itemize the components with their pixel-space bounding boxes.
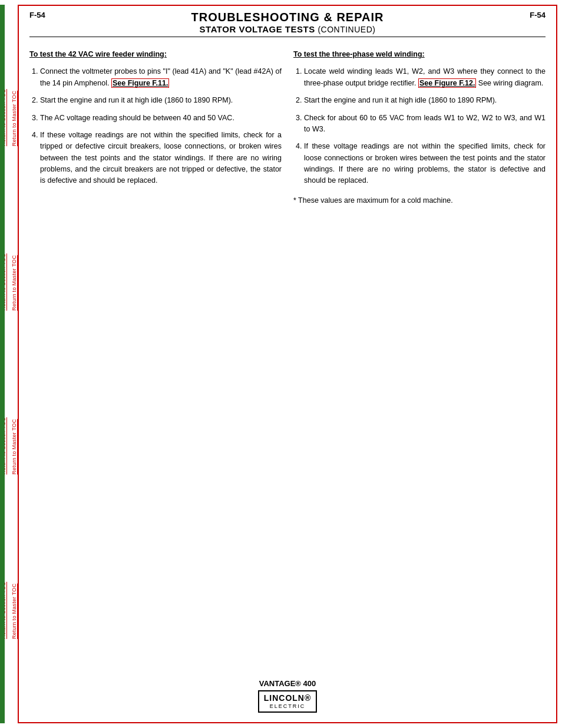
left-column-list: Connect the voltmeter probes to pins "I"… (29, 66, 282, 186)
left-column-heading: To test the 42 VAC wire feeder winding: (29, 49, 282, 60)
right-list-item-1: Locate weld winding leads W1, W2, and W3… (304, 66, 546, 89)
sub-title-text: STATOR VOLTAGE TESTS (200, 24, 315, 34)
right-column-heading: To test the three-phase weld winding: (293, 49, 546, 60)
main-title: TROUBLESHOOTING & REPAIR (45, 11, 530, 24)
page-number-left: F-54 (29, 11, 45, 19)
right-column: To test the three-phase weld winding: Lo… (293, 49, 546, 206)
brand-name: VANTAGE® 400 (259, 679, 316, 688)
left-list-item-2: Start the engine and run it at high idle… (40, 95, 282, 106)
content-columns: To test the 42 VAC wire feeder winding: … (29, 49, 546, 206)
left-list-item-3: The AC voltage reading should be between… (40, 113, 282, 124)
right-column-list: Locate weld winding leads W1, W2, and W3… (293, 66, 546, 186)
main-content: F-54 TROUBLESHOOTING & REPAIR STATOR VOL… (18, 5, 557, 723)
lincoln-logo: LINCOLN® ELECTRIC (258, 690, 318, 713)
sub-title: STATOR VOLTAGE TESTS (CONTINUED) (45, 24, 530, 34)
left-list-item-1: Connect the voltmeter probes to pins "I"… (40, 66, 282, 89)
left-heading-text: To test the 42 VAC wire feeder winding: (29, 50, 167, 58)
page-footer: VANTAGE® 400 LINCOLN® ELECTRIC (18, 679, 557, 713)
note-text: * These values are maximum for a cold ma… (293, 195, 546, 206)
left-column: To test the 42 VAC wire feeder winding: … (29, 49, 282, 206)
green-bar (0, 5, 5, 723)
continued-text: (CONTINUED) (318, 25, 375, 34)
page-title-block: TROUBLESHOOTING & REPAIR STATOR VOLTAGE … (45, 11, 530, 34)
right-list-item-2: Start the engine and run it at high idle… (304, 95, 546, 106)
fig-f11-link[interactable]: See Figure F.11. (111, 78, 169, 88)
page-number-right: F-54 (530, 11, 546, 19)
right-heading-text: To test the three-phase weld winding: (293, 50, 425, 58)
lincoln-electric-text: ELECTRIC (270, 703, 306, 710)
left-list-item-4: If these voltage readings are not within… (40, 130, 282, 187)
right-list-item-4: If these voltage readings are not within… (304, 141, 546, 187)
lincoln-name: LINCOLN® (264, 693, 312, 703)
fig-f12-link[interactable]: See Figure F.12. (418, 78, 476, 88)
page-header: F-54 TROUBLESHOOTING & REPAIR STATOR VOL… (29, 11, 546, 37)
lincoln-name-text: LINCOLN (264, 693, 305, 703)
lincoln-dot: ® (305, 693, 311, 703)
right-list-item-3: Check for about 60 to 65 VAC from leads … (304, 113, 546, 136)
